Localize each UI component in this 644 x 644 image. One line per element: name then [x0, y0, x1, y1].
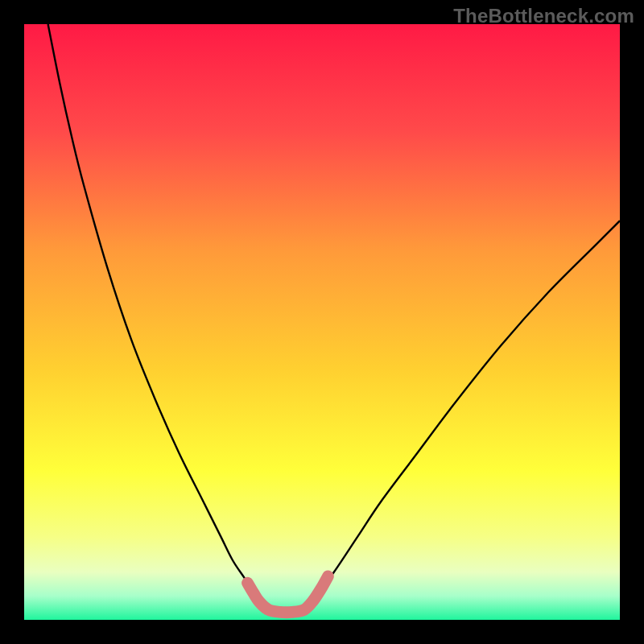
- marker-band: [248, 576, 328, 613]
- left-curve: [48, 24, 304, 613]
- curve-layer: [24, 24, 620, 620]
- plot-area: [24, 24, 620, 620]
- chart-frame: TheBottleneck.com: [0, 0, 644, 644]
- right-curve: [304, 221, 620, 609]
